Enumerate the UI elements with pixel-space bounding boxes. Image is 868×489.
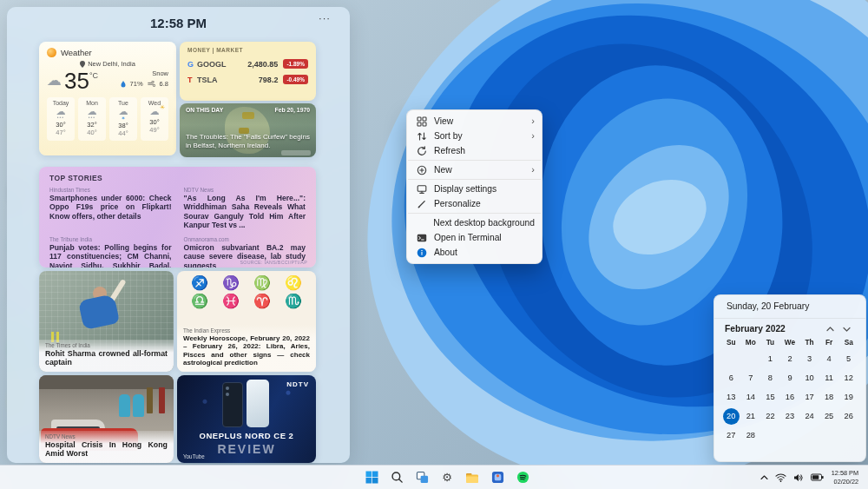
calendar-day[interactable]: 1 [760,349,780,368]
market-widget[interactable]: MONEY | MARKET G GOOGL 2,480.85 -1.89% T… [180,42,316,101]
story-item[interactable]: NDTV News "As Long As I'm Here...": Wrid… [184,187,306,230]
weather-header: Weather [47,48,168,57]
taskbar-date: 02/20/22 [834,478,858,486]
on-this-day-widget[interactable]: ON THIS DAY Feb 20, 1970 The Troubles: T… [180,103,316,157]
widgets-more-button[interactable]: ··· [313,12,336,24]
widgets-clock: 12:58 PM [7,16,350,30]
chevron-up-icon [760,475,768,480]
news-source: NDTV News [45,433,168,439]
weather-title: Weather [61,48,92,57]
news-headline: Rohit Sharma crowned all-format captain [45,349,168,367]
news-card-horoscope[interactable]: ♐♑ ♍♌ ♎♓ ♈♏ The Indian Express Weekly Ho… [177,271,316,372]
stock-row-googl[interactable]: G GOOGL 2,480.85 -1.89% [187,59,308,69]
calendar-day[interactable]: 22 [760,406,780,426]
calendar-day[interactable]: 14 [741,387,761,406]
search-button[interactable] [387,468,406,487]
menu-item-view[interactable]: View › [407,114,542,129]
menu-item-personalize[interactable]: Personalize [407,196,542,211]
news-card-oneplus-video[interactable]: NDTV ONEPLUS NORD CE 2 REVIEW YouTube [177,375,316,463]
top-stories-header: TOP STORIES [49,174,306,182]
calendar-day[interactable]: 3 [799,349,819,368]
taskbar-clock[interactable]: 12:58 PM 02/20/22 [830,468,864,486]
menu-separator [408,160,541,161]
calendar-day[interactable]: 16 [780,387,800,406]
ppe-worker-shape [133,394,144,417]
menu-item-sort-by[interactable]: Sort by › [407,129,542,143]
tray-chevron-up-button[interactable] [760,475,769,480]
settings-button[interactable]: ⚙ [437,468,457,487]
story-item[interactable]: The Tribune India Punjab votes: Polling … [49,236,172,268]
calendar-month-label[interactable]: February 2022 [725,324,822,334]
calendar-day [838,426,858,445]
calendar-day[interactable]: 27 [721,426,741,445]
calendar-day[interactable]: 28 [741,426,761,445]
on-this-day-title: ON THIS DAY [186,107,223,113]
calendar-prev-button[interactable] [822,327,838,332]
humidity-icon [121,81,126,88]
calendar-day[interactable]: 26 [838,406,858,426]
calendar-day [780,426,800,445]
news-card-cricket[interactable]: The Times of India Rohit Sharma crowned … [39,271,174,372]
task-view-icon [416,471,429,484]
calendar-day[interactable]: 13 [721,387,741,406]
story-item[interactable]: Hindustan Times Smartphones under 6000: … [49,187,172,230]
menu-item-about[interactable]: About [407,245,542,260]
weather-provider-icon [47,48,56,57]
weather-widget[interactable]: Weather New Delhi, India ☁ 35 °C Snow 71… [39,42,176,155]
market-header: MONEY | MARKET [187,47,308,53]
menu-item-open-in-terminal[interactable]: Open in Terminal [407,230,542,245]
menu-item-new[interactable]: New › [407,162,542,177]
top-stories-widget[interactable]: TOP STORIES Hindustan Times Smartphones … [39,167,316,268]
calendar-day[interactable]: 15 [760,387,780,406]
task-view-button[interactable] [412,468,431,487]
calendar-day[interactable]: 19 [838,387,858,406]
menu-item-refresh[interactable]: Refresh [407,143,542,158]
on-this-day-date: Feb 20, 1970 [275,107,310,113]
weather-current: ☁ 35 °C Snow 71% 6.8 [47,69,168,92]
calendar-day[interactable]: 4 [819,349,839,368]
calendar-day[interactable]: 7 [741,368,761,387]
calendar-day[interactable]: 8 [760,368,780,387]
partly-sunny-icon: ☁☀ [141,106,168,116]
calendar-day[interactable]: 25 [819,406,839,426]
news-card-hongkong[interactable]: NDTV News Hospital Crisis In Hong Kong A… [39,375,174,463]
battery-button[interactable] [810,473,825,481]
google-logo-icon: G [187,60,197,69]
calendar-day[interactable]: 24 [799,406,819,426]
taskbar: ⚙ 12:58 [0,465,868,489]
calendar-next-button[interactable] [838,327,855,332]
calendar-day[interactable]: 17 [799,387,819,406]
calendar-day[interactable]: 21 [741,406,761,426]
forecast-day[interactable]: Tue ☁ ✶ 38° 44° [109,97,137,141]
menu-item-display-settings[interactable]: Display settings [407,182,542,196]
calendar-date-header[interactable]: Sunday, 20 February [714,295,865,319]
calendar-day[interactable]: 6 [721,368,741,387]
calendar-day-selected[interactable]: 20 [721,406,741,426]
calendar-day[interactable]: 18 [819,387,839,406]
calendar-day[interactable]: 5 [838,349,858,368]
calendar-day[interactable]: 11 [819,368,839,387]
photos-icon [491,471,504,484]
humidity-value: 71% [130,80,143,88]
forecast-day[interactable]: Mon ☁ ••• 32° 40° [78,97,106,141]
volume-button[interactable] [792,473,805,482]
calendar-day[interactable]: 23 [780,406,800,426]
widgets-panel: 12:58 PM ··· Weather New Delhi, India ☁ … [7,7,350,463]
forecast-day[interactable]: Today ☁ ••• 30° 47° [47,97,75,141]
photos-app-button[interactable] [488,468,507,487]
calendar-day[interactable]: 10 [799,368,819,387]
weather-location: New Delhi, India [88,60,135,68]
menu-item-next-desktop-background[interactable]: Next desktop background [407,215,542,230]
calendar-day[interactable]: 12 [838,368,858,387]
start-button[interactable] [362,468,381,487]
location-pin-icon [80,61,85,68]
forecast-day[interactable]: Wed ☁☀ 30° 49° [141,97,168,141]
calendar-day[interactable]: 2 [780,349,800,368]
stock-row-tsla[interactable]: T TSLA 798.2 -0.49% [187,75,308,84]
spotify-button[interactable] [513,468,532,487]
calendar-grid: Su Mo Tu We Th Fr Sa 1 2 3 4 5 6 7 8 9 1… [714,334,865,445]
file-explorer-button[interactable] [463,468,482,487]
calendar-day[interactable]: 9 [780,368,800,387]
phone-front-shape [247,380,269,427]
wifi-button[interactable] [774,473,787,482]
